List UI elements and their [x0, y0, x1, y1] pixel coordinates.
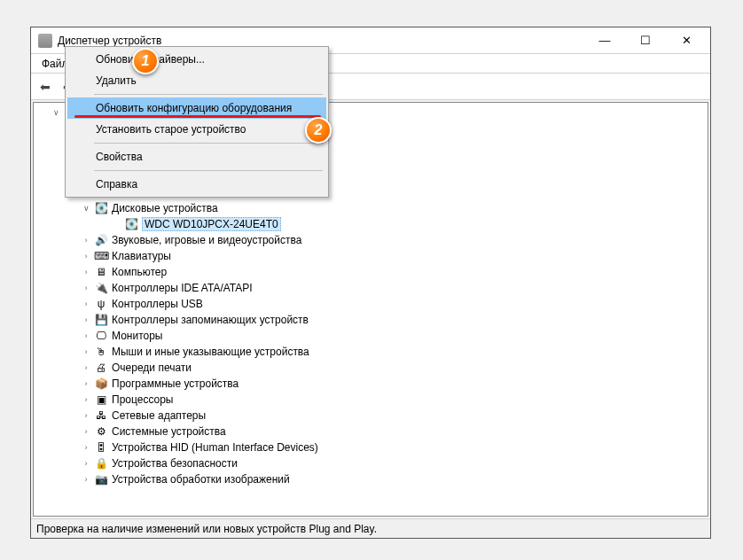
- tree-category[interactable]: ›⚙Системные устройства: [34, 424, 708, 439]
- expand-icon[interactable]: ∨: [80, 202, 92, 214]
- expand-icon[interactable]: ›: [80, 473, 92, 486]
- tree-label: Контроллеры запоминающих устройств: [112, 314, 309, 326]
- hdd-icon: 💽: [124, 217, 138, 231]
- tree-category[interactable]: ›📦Программные устройства: [34, 376, 708, 392]
- expand-icon[interactable]: ›: [80, 377, 92, 390]
- tree-label: Контроллеры IDE ATA/ATAPI: [112, 282, 253, 294]
- device-icon: ψ: [94, 297, 108, 311]
- device-icon: 🖧: [94, 408, 108, 423]
- device-icon: ▣: [94, 393, 108, 407]
- tree-category[interactable]: ›🔌Контроллеры IDE ATA/ATAPI: [34, 280, 708, 296]
- menu-separator: [94, 94, 323, 95]
- tree-category[interactable]: ›🔒Устройства безопасности: [34, 455, 708, 471]
- device-icon: 🎛: [94, 440, 108, 455]
- back-button[interactable]: ⬅: [35, 76, 56, 97]
- expand-icon[interactable]: ›: [80, 362, 92, 374]
- tree-label: Устройства безопасности: [112, 457, 238, 470]
- close-button[interactable]: ✕: [666, 27, 707, 54]
- tree-category[interactable]: ›▣Процессоры: [34, 392, 708, 408]
- expand-icon[interactable]: ›: [80, 298, 92, 310]
- device-icon: 🖵: [94, 329, 108, 343]
- tree-label: Сетевые адаптеры: [112, 409, 206, 422]
- tree-label: Устройства обработки изображений: [112, 473, 290, 486]
- expand-icon[interactable]: ∨: [50, 106, 62, 119]
- disk-icon: 💽: [94, 201, 108, 215]
- device-icon: ⌨: [94, 249, 108, 263]
- device-icon: 🔒: [94, 456, 108, 471]
- expand-icon[interactable]: ›: [80, 425, 92, 438]
- expand-icon[interactable]: ›: [80, 441, 92, 454]
- tree-disk-devices[interactable]: ∨💽Дисковые устройства: [34, 200, 708, 216]
- menu-add-legacy[interactable]: Установить старое устройство: [67, 119, 326, 140]
- action-menu-dropdown: Обновить драйверы... Удалить Обновить ко…: [65, 46, 329, 198]
- tree-label: Мониторы: [112, 330, 162, 342]
- menu-delete[interactable]: Удалить: [67, 70, 326, 91]
- expand-icon[interactable]: ›: [80, 393, 92, 406]
- minimize-button[interactable]: —: [584, 27, 625, 54]
- window-title: Диспетчер устройств: [58, 35, 161, 47]
- tree-label: Звуковые, игровые и видеоустройства: [112, 234, 301, 246]
- tree-category[interactable]: ›💾Контроллеры запоминающих устройств: [34, 312, 708, 328]
- tree-category[interactable]: ›🖧Сетевые адаптеры: [34, 408, 708, 424]
- expand-icon[interactable]: ›: [80, 282, 92, 294]
- device-icon: 🖱: [94, 345, 108, 359]
- tree-category[interactable]: ›🖵Мониторы: [34, 328, 708, 344]
- menu-properties[interactable]: Свойства: [67, 146, 326, 167]
- expand-icon[interactable]: ›: [80, 330, 92, 342]
- tree-category[interactable]: ›🔊Звуковые, игровые и видеоустройства: [34, 232, 708, 248]
- device-icon: 🔊: [94, 233, 108, 247]
- tree-label-selected: WDC WD10JPCX-24UE4T0: [142, 217, 281, 231]
- expand-icon[interactable]: ›: [80, 457, 92, 470]
- device-icon: 🔌: [94, 281, 108, 295]
- tree-label: Контроллеры USB: [112, 298, 203, 310]
- menu-separator: [94, 170, 323, 171]
- tree-disk-item[interactable]: 💽WDC WD10JPCX-24UE4T0: [34, 216, 708, 232]
- device-icon: 📷: [94, 472, 108, 486]
- tree-category[interactable]: ›🖥Компьютер: [34, 264, 708, 280]
- device-icon: 📦: [94, 377, 108, 391]
- menu-scan-hardware[interactable]: Обновить конфигурацию оборудования: [67, 97, 326, 119]
- tree-label: Дисковые устройства: [112, 202, 218, 214]
- menu-help[interactable]: Справка: [67, 174, 326, 195]
- expand-icon[interactable]: ›: [80, 409, 92, 422]
- callout-1: 1: [132, 48, 159, 74]
- tree-category[interactable]: ›⌨Клавиатуры: [34, 248, 708, 264]
- window-buttons: — ☐ ✕: [584, 27, 707, 54]
- menu-separator: [94, 143, 323, 144]
- callout-2: 2: [305, 117, 332, 144]
- app-icon: [38, 34, 52, 48]
- tree-category[interactable]: ›🎛Устройства HID (Human Interface Device…: [34, 439, 708, 455]
- tree-label: Компьютер: [112, 266, 167, 278]
- tree-label: Клавиатуры: [112, 250, 171, 262]
- tree-label: Системные устройства: [112, 425, 226, 438]
- device-icon: 🖥: [94, 265, 108, 279]
- expand-icon[interactable]: ›: [80, 346, 92, 358]
- tree-category[interactable]: ›ψКонтроллеры USB: [34, 296, 708, 312]
- expand-icon[interactable]: ›: [80, 234, 92, 246]
- menu-update-drivers[interactable]: Обновить драйверы...: [67, 49, 326, 70]
- tree-label: Мыши и иные указывающие устройства: [112, 346, 309, 358]
- tree-label: Процессоры: [112, 393, 174, 406]
- device-icon: ⚙: [94, 424, 108, 439]
- tree-category[interactable]: ›🖱Мыши и иные указывающие устройства: [34, 344, 708, 360]
- tree-label: Устройства HID (Human Interface Devices): [112, 441, 318, 454]
- tree-label: Очереди печати: [112, 362, 192, 374]
- tree-label: Программные устройства: [112, 377, 239, 390]
- tree-category[interactable]: ›📷Устройства обработки изображений: [34, 471, 708, 487]
- expand-icon[interactable]: ›: [80, 266, 92, 278]
- expand-icon[interactable]: ›: [80, 314, 92, 326]
- device-icon: 🖨: [94, 361, 108, 375]
- tree-category[interactable]: ›🖨Очереди печати: [34, 360, 708, 376]
- device-icon: 💾: [94, 313, 108, 327]
- maximize-button[interactable]: ☐: [625, 27, 666, 54]
- statusbar: Проверка на наличие изменений или новых …: [31, 518, 710, 538]
- status-text: Проверка на наличие изменений или новых …: [36, 523, 377, 535]
- expand-icon[interactable]: ›: [80, 250, 92, 262]
- highlight-underline: [74, 115, 321, 118]
